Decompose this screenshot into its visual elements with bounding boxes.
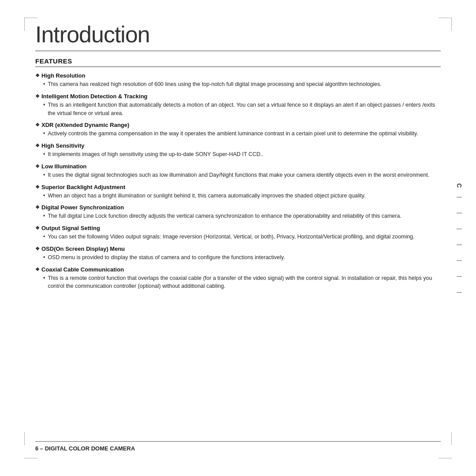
- feature-title-xdr: XDR (eXtended Dynamic Range): [35, 122, 441, 128]
- corner-mark-tr-h: [439, 18, 452, 18]
- feature-desc-xdr: Actively controls the gamma compensation…: [43, 130, 441, 138]
- corner-mark-tl-v: [24, 18, 25, 31]
- bullet-item-digital-power-sync: The full digital Line Lock function dire…: [43, 212, 441, 220]
- corner-mark-bl-h: [24, 458, 37, 458]
- feature-desc-digital-power-sync: The full digital Line Lock function dire…: [43, 212, 441, 220]
- corner-mark-br-v: [451, 432, 452, 445]
- bullet-item-low-illumination: It uses the digital signal technologies …: [43, 171, 441, 179]
- feature-title-output-signal: Output Signal Setting: [35, 225, 441, 231]
- page-indicator-letter: C: [456, 183, 463, 189]
- page: C Introduction FEATURES High ResolutionT…: [0, 0, 476, 476]
- title-section: Introduction: [35, 22, 441, 51]
- bullet-item-high-sensitivity: It implements images of high sensitivity…: [43, 150, 441, 159]
- features-heading: FEATURES: [35, 57, 441, 67]
- feature-item-xdr: XDR (eXtended Dynamic Range)Actively con…: [35, 122, 441, 138]
- feature-item-osd-menu: OSD(On Screen Display) MenuOSD menu is p…: [35, 245, 441, 262]
- feature-desc-low-illumination: It uses the digital signal technologies …: [43, 171, 441, 179]
- feature-title-high-resolution: High Resolution: [35, 72, 441, 79]
- feature-item-superior-backlight: Superior Backlight AdjustmentWhen an obj…: [35, 184, 441, 200]
- feature-desc-osd-menu: OSD menu is provided to display the stat…: [43, 253, 441, 262]
- corner-mark-tl-h: [24, 18, 37, 18]
- feature-title-high-sensitivity: High Sensitivity: [35, 142, 441, 149]
- page-title: Introduction: [35, 22, 441, 51]
- bullet-item-output-signal: You can set the following Video output s…: [43, 233, 441, 241]
- feature-desc-coaxial-cable: This is a remote control function that o…: [43, 274, 441, 291]
- feature-item-high-resolution: High ResolutionThis camera has realized …: [35, 72, 441, 89]
- feature-desc-superior-backlight: When an object has a bright illumination…: [43, 192, 441, 200]
- feature-title-superior-backlight: Superior Backlight Adjustment: [35, 184, 441, 190]
- feature-title-intelligent-motion: Intelligent Motion Detection & Tracking: [35, 93, 441, 100]
- feature-desc-high-sensitivity: It implements images of high sensitivity…: [43, 150, 441, 159]
- feature-title-coaxial-cable: Coaxial Cable Communication: [35, 266, 441, 273]
- footer: 6 – DIGITAL COLOR DOME CAMERA: [35, 441, 441, 452]
- feature-item-intelligent-motion: Intelligent Motion Detection & TrackingT…: [35, 93, 441, 118]
- bullet-item-xdr: Actively controls the gamma compensation…: [43, 130, 441, 138]
- page-indicator-dashes: [457, 197, 462, 293]
- bullet-item-osd-menu: OSD menu is provided to display the stat…: [43, 253, 441, 262]
- corner-mark-tr-v: [451, 18, 452, 31]
- page-indicator: C: [456, 183, 463, 293]
- feature-item-coaxial-cable: Coaxial Cable CommunicationThis is a rem…: [35, 266, 441, 291]
- feature-item-high-sensitivity: High SensitivityIt implements images of …: [35, 142, 441, 159]
- feature-title-osd-menu: OSD(On Screen Display) Menu: [35, 245, 441, 252]
- feature-item-digital-power-sync: Digital Power SynchronizationThe full di…: [35, 204, 441, 220]
- bullet-item-coaxial-cable: This is a remote control function that o…: [43, 274, 441, 291]
- feature-title-low-illumination: Low Illumination: [35, 163, 441, 170]
- features-list: High ResolutionThis camera has realized …: [35, 72, 441, 290]
- footer-text: 6 – DIGITAL COLOR DOME CAMERA: [35, 445, 135, 452]
- feature-desc-intelligent-motion: This is an intelligent function that aut…: [43, 101, 441, 118]
- bullet-item-high-resolution: This camera has realized high resolution…: [43, 80, 441, 89]
- feature-item-low-illumination: Low IlluminationIt uses the digital sign…: [35, 163, 441, 179]
- feature-desc-high-resolution: This camera has realized high resolution…: [43, 80, 441, 89]
- bullet-item-intelligent-motion: This is an intelligent function that aut…: [43, 101, 441, 118]
- corner-mark-bl-v: [24, 432, 25, 445]
- bullet-item-superior-backlight: When an object has a bright illumination…: [43, 192, 441, 200]
- feature-item-output-signal: Output Signal SettingYou can set the fol…: [35, 225, 441, 241]
- feature-title-digital-power-sync: Digital Power Synchronization: [35, 204, 441, 211]
- feature-desc-output-signal: You can set the following Video output s…: [43, 233, 441, 241]
- corner-mark-br-h: [439, 458, 452, 458]
